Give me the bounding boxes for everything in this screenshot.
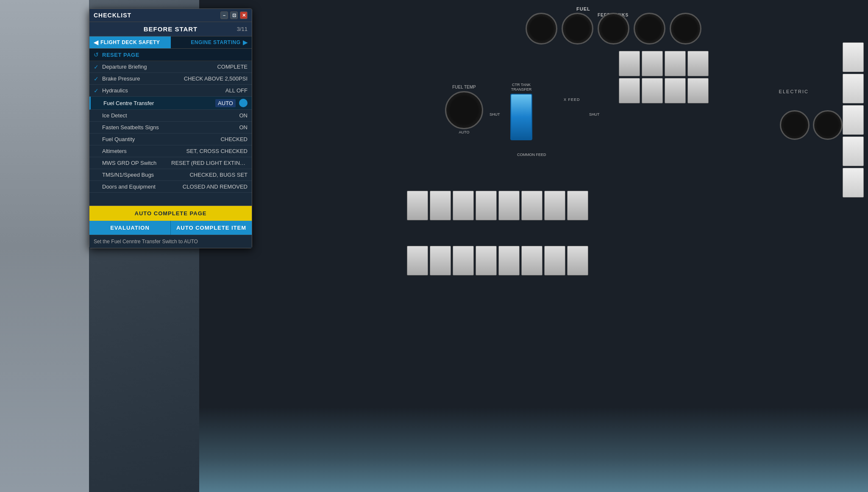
auto-complete-item-button[interactable]: AUTO COMPLETE ITEM: [170, 221, 252, 235]
eng-sw[interactable]: [843, 136, 864, 166]
eng-sw[interactable]: [843, 42, 864, 72]
checklist-window: CHECKLIST – ⊡ ✕ BEFORE START 3/11 ◀ FLIG…: [89, 8, 252, 248]
item-value-6: CHECKED: [220, 136, 248, 142]
checklist-item-4[interactable]: Ice Detect ON: [89, 110, 252, 122]
sw[interactable]: [567, 246, 588, 275]
check-mark-2: ✓: [94, 87, 102, 94]
sw[interactable]: [453, 246, 474, 275]
gauge-2: [562, 13, 593, 44]
item-value-8: RESET (RED LIGHT EXTINGUIS...: [171, 160, 248, 166]
eng-sw[interactable]: [843, 105, 864, 135]
sw[interactable]: [476, 246, 497, 275]
amp-gauge: [813, 110, 843, 140]
sw[interactable]: [619, 51, 640, 76]
prev-arrow-icon: ◀: [94, 39, 98, 46]
minimize-button[interactable]: –: [220, 11, 228, 19]
sw[interactable]: [687, 78, 709, 103]
check-mark-0: ✓: [94, 64, 102, 70]
checklist-item-6[interactable]: Fuel Quantity CHECKED: [89, 133, 252, 145]
item-value-0: COMPLETE: [217, 64, 248, 70]
eng-sw[interactable]: [843, 74, 864, 103]
sw[interactable]: [665, 51, 686, 76]
section-header: BEFORE START 3/11: [89, 22, 252, 36]
nav-next-label: ENGINE STARTING: [191, 39, 240, 45]
restore-button[interactable]: ⊡: [230, 11, 238, 19]
checklist-item-5[interactable]: Fasten Seatbelts Signs ON: [89, 122, 252, 133]
nav-prev-label: FLIGHT DECK SAFETY: [100, 39, 160, 45]
checklist-item-8[interactable]: MWS GRD OP Switch RESET (RED LIGHT EXTIN…: [89, 157, 252, 169]
ctr-tank-switch[interactable]: [510, 94, 532, 140]
eng-sw[interactable]: [843, 168, 864, 197]
engines-panel: [843, 42, 864, 197]
gauge-5: [670, 13, 701, 44]
sw[interactable]: [521, 246, 542, 275]
checklist-items-list: ✓ Departure Briefing COMPLETE ✓ Brake Pr…: [89, 61, 252, 193]
top-switch-panel: [619, 51, 709, 103]
page-counter: 3/11: [237, 26, 248, 32]
checklist-item-0[interactable]: ✓ Departure Briefing COMPLETE: [89, 61, 252, 73]
gauge-3: [598, 13, 629, 44]
fuel-temp-label: FUEL TEMP: [445, 85, 483, 89]
sw[interactable]: [642, 51, 663, 76]
lower-switch-panel-1: [407, 191, 588, 220]
item-name-0: Departure Briefing: [102, 64, 217, 70]
checklist-item-7[interactable]: Altimeters SET, CROSS CHECKED: [89, 145, 252, 157]
item-name-10: Doors and Equipment: [102, 183, 183, 190]
shut-label-1: SHUT: [490, 112, 500, 117]
gauge-4: [634, 13, 665, 44]
sw[interactable]: [619, 78, 640, 103]
close-button[interactable]: ✕: [240, 11, 248, 19]
checklist-item-2[interactable]: ✓ Hydraulics ALL OFF: [89, 85, 252, 97]
reset-label: RESET PAGE: [102, 52, 139, 58]
sw[interactable]: [407, 246, 428, 275]
sw[interactable]: [567, 191, 588, 220]
item-name-6: Fuel Quantity: [102, 136, 220, 142]
evaluation-button[interactable]: EVALUATION: [89, 221, 170, 235]
checklist-item-3[interactable]: Fuel Centre Transfer AUTO: [89, 97, 252, 110]
checklist-item-10[interactable]: Doors and Equipment CLOSED AND REMOVED: [89, 181, 252, 193]
electric-label: ELECTRIC: [779, 89, 809, 94]
sw[interactable]: [498, 246, 520, 275]
auto-complete-page-button[interactable]: AUTO COMPLETE PAGE: [89, 206, 252, 221]
sky-area: [199, 407, 868, 492]
sw[interactable]: [642, 78, 663, 103]
nav-next-button[interactable]: ENGINE STARTING ▶: [171, 36, 252, 48]
item-name-9: TMS/N1/Speed Bugs: [102, 172, 189, 178]
item-value-10: CLOSED AND REMOVED: [183, 183, 248, 190]
item-name-2: Hydraulics: [102, 87, 225, 94]
next-arrow-icon: ▶: [243, 39, 248, 46]
sw[interactable]: [430, 246, 451, 275]
ctr-tank-label: CTR TANK TRANSFER: [509, 83, 534, 92]
fuel-temp-gauge: [445, 91, 483, 129]
sw[interactable]: [498, 191, 520, 220]
blue-dot-indicator: [239, 99, 248, 107]
checklist-title: CHECKLIST: [94, 12, 131, 19]
instruction-text: Set the Fuel Cenntre Transfer Switch to …: [89, 235, 252, 248]
lower-switch-panel-2: [407, 246, 588, 275]
sw[interactable]: [521, 191, 542, 220]
sw[interactable]: [687, 51, 709, 76]
nav-prev-button[interactable]: ◀ FLIGHT DECK SAFETY: [89, 36, 171, 48]
sw[interactable]: [476, 191, 497, 220]
ctr-tank-area: CTR TANK TRANSFER: [509, 83, 534, 140]
title-bar: CHECKLIST – ⊡ ✕: [89, 9, 252, 22]
checklist-item-1[interactable]: ✓ Brake Pressure CHECK ABOVE 2,500PSI: [89, 73, 252, 85]
checklist-item-9[interactable]: TMS/N1/Speed Bugs CHECKED, BUGS SET: [89, 169, 252, 181]
sw[interactable]: [544, 246, 565, 275]
sw[interactable]: [665, 78, 686, 103]
sw[interactable]: [453, 191, 474, 220]
sw[interactable]: [430, 191, 451, 220]
left-gray-panel: [0, 0, 89, 492]
sw[interactable]: [544, 191, 565, 220]
spacer: [89, 193, 252, 206]
common-feed-label: COMMON FEED: [517, 153, 546, 157]
instrument-panel: FUEL FEED TANKS FUEL TEMP AUTO CTR TANK …: [199, 0, 868, 492]
auto-label: AUTO: [445, 130, 483, 134]
item-value-3: AUTO: [215, 99, 236, 107]
sw[interactable]: [407, 191, 428, 220]
item-value-2: ALL OFF: [225, 87, 248, 94]
item-name-1: Brake Pressure: [102, 75, 184, 82]
reset-row[interactable]: ↺ RESET PAGE: [89, 49, 252, 61]
reset-icon: ↺: [94, 51, 99, 58]
section-title: BEFORE START: [144, 25, 198, 33]
